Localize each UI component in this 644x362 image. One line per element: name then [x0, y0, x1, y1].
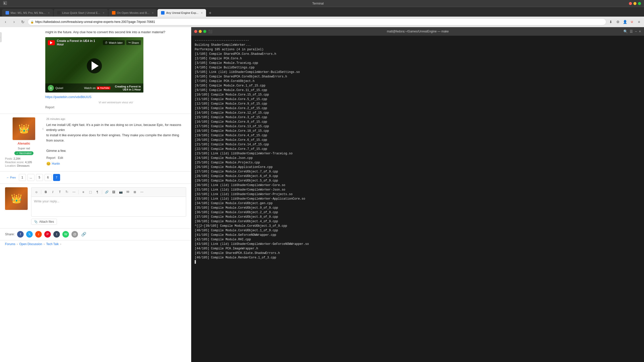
- new-tab-button[interactable]: +: [207, 10, 214, 17]
- report-action[interactable]: Report: [46, 156, 55, 160]
- terminal-line: [9/105] Compile Module.Core.11_of_15.cpp: [195, 88, 640, 93]
- terminal-search-btn[interactable]: 🔍: [623, 29, 628, 33]
- align-btn[interactable]: ⬚: [87, 189, 93, 195]
- breadcrumb: Forums › Open Discussion › Tech Talk ›: [0, 240, 191, 248]
- copy-link-btn[interactable]: 🔗: [80, 231, 87, 238]
- tab-2-close[interactable]: ×: [103, 11, 104, 14]
- terminal-cursor-line: [195, 260, 640, 264]
- table-btn[interactable]: ⊞: [132, 189, 138, 195]
- page-btn-5[interactable]: 5: [36, 174, 43, 181]
- terminal-line: [44/105] Compile PCH.ImageWrapper.h: [195, 246, 640, 251]
- bold-btn[interactable]: B: [43, 189, 49, 195]
- terminal-line: [4/105] Compile BuildSettings.cpp: [195, 65, 640, 70]
- pagination-bar: ← Prev 1 ... 5 6 7: [0, 171, 191, 184]
- breadcrumb-open-discussion[interactable]: Open Discussion: [19, 242, 42, 246]
- like-emoji: 😊: [46, 162, 51, 166]
- facebook-share-btn[interactable]: f: [17, 231, 24, 238]
- list-btn[interactable]: ≡: [80, 189, 86, 195]
- reply-text-area[interactable]: Write your reply...: [31, 197, 186, 217]
- italic-btn[interactable]: I: [50, 189, 56, 195]
- link-btn[interactable]: 🔗: [104, 189, 110, 195]
- para-btn[interactable]: ¶: [94, 189, 100, 195]
- terminal-line: [31/105] Link (lld) libShaderCompileWork…: [195, 188, 640, 192]
- breadcrumb-tech-talk[interactable]: Tech Talk: [46, 242, 59, 246]
- yt-watch-later-btn[interactable]: ⏱ Watch later: [103, 40, 125, 45]
- terminal-line: [45/105] Compile SharedPCH.Slate.ShadowE…: [195, 251, 640, 255]
- yt-share-btn[interactable]: ↪ Share: [126, 40, 141, 45]
- terminal-menu-btn[interactable]: ☰: [630, 29, 633, 33]
- tab-3[interactable]: On Open Movies and B... ×: [108, 9, 157, 17]
- refresh-button[interactable]: ↻: [19, 18, 26, 25]
- yt-play-button[interactable]: [87, 58, 102, 73]
- tab-1-close[interactable]: ×: [48, 11, 50, 14]
- tab-3-favicon: [112, 11, 115, 15]
- text-size-btn[interactable]: T↕: [64, 189, 70, 195]
- extensions-icon[interactable]: ⚙: [615, 19, 621, 25]
- menu-icon[interactable]: ≡: [636, 19, 642, 25]
- post-signature: Vi veri veniversum vivus vici: [45, 101, 186, 104]
- media-btn[interactable]: 📷: [118, 189, 124, 195]
- url-bar[interactable]: 🔒 https://talkedabout.com/threads/any-un…: [28, 18, 606, 25]
- emoji-btn[interactable]: ☺: [33, 189, 39, 195]
- ublock-icon[interactable]: U: [629, 19, 635, 25]
- tab-3-close[interactable]: ×: [152, 11, 153, 14]
- prev-page-btn[interactable]: ← Prev: [5, 174, 17, 181]
- more-options-btn[interactable]: ⋯: [139, 189, 145, 195]
- maximize-btn[interactable]: [638, 2, 641, 5]
- quote-btn[interactable]: 99: [125, 189, 131, 195]
- terminal-line: [22/105] Compile Module.Core.7_of_15.cpp: [195, 147, 640, 151]
- terminal-line: Building ShaderCompileWorker...: [195, 43, 640, 47]
- tab-1-label: Mac: M1, M1 Pro, M1 Ma...: [11, 11, 46, 14]
- report-link-top[interactable]: Report: [45, 106, 54, 109]
- reddit-share-btn[interactable]: r: [35, 231, 42, 238]
- more-text-btn[interactable]: ⋯: [71, 189, 77, 195]
- tumblr-share-btn[interactable]: t: [53, 231, 60, 238]
- page-btn-7[interactable]: 7: [53, 174, 60, 181]
- forum-panel: ‹ might in the future. Any clue how to c…: [0, 27, 191, 362]
- attach-files-btn[interactable]: 📎 Attach files: [31, 219, 57, 225]
- forward-button[interactable]: ›: [11, 18, 18, 25]
- reply-user-area: 👑 ☺ B I T T↕ ⋯ ≡ ⬚: [5, 187, 186, 225]
- close-btn[interactable]: [629, 2, 632, 5]
- username[interactable]: Alenatic: [18, 142, 30, 145]
- collapse-forum-btn[interactable]: ‹: [0, 32, 2, 42]
- text-style-btn[interactable]: T: [57, 189, 63, 195]
- post-collapse-arrow[interactable]: ‹: [42, 126, 44, 131]
- svg-text:$_: $_: [4, 2, 7, 5]
- tab-2[interactable]: Linux Quick Start | Unreal E... ×: [54, 9, 108, 17]
- terminal-window-minimize-btn[interactable]: −: [635, 29, 637, 33]
- yt-play-area[interactable]: [45, 48, 143, 83]
- terminal-close-btn[interactable]: [194, 30, 197, 33]
- terminal-window-close-btn[interactable]: ×: [639, 29, 641, 33]
- tab-4-close[interactable]: ×: [201, 11, 203, 14]
- image-btn[interactable]: 🖼: [111, 189, 117, 195]
- twitter-share-btn[interactable]: 𝕏: [26, 231, 33, 238]
- email-share-btn[interactable]: @: [71, 231, 78, 238]
- reply-section: 👑 ☺ B I T T↕ ⋯ ≡ ⬚: [0, 184, 191, 228]
- minimize-btn[interactable]: [633, 2, 636, 5]
- tab-4[interactable]: Any Unreal Engine Exp... ×: [157, 9, 206, 17]
- download-icon[interactable]: ⬇: [608, 19, 614, 25]
- pinterest-share-btn[interactable]: P: [44, 231, 51, 238]
- page-btn-1[interactable]: 1: [19, 174, 26, 181]
- terminal-line: [25/105] Compile Module.Projects.cpp: [195, 160, 640, 165]
- terminal-line: [32/105] Link (lld) libShaderCompileWork…: [195, 192, 640, 197]
- profile-icon[interactable]: 👤: [622, 19, 628, 25]
- pastebin-link[interactable]: https://pastebin.com/vdxBbUUS: [45, 95, 186, 99]
- whatsapp-share-btn[interactable]: W: [62, 231, 69, 238]
- posts-label: Posts:: [5, 157, 13, 160]
- terminal-line: [34/105] Compile Module.CoreUObject.gen.…: [195, 201, 640, 206]
- terminal-line: [30/105] Link (lld) libShaderCompileWork…: [195, 183, 640, 188]
- location-stat: Location: Dinosaurs: [5, 164, 43, 167]
- back-button[interactable]: ‹: [2, 18, 9, 25]
- liker-name[interactable]: Huntn: [52, 162, 60, 165]
- breadcrumb-forums[interactable]: Forums: [5, 242, 15, 246]
- breadcrumb-sep-3: ›: [60, 242, 61, 246]
- tab-1[interactable]: Mac: M1, M1 Pro, M1 Ma... ×: [2, 9, 53, 17]
- checkmark-icon: ✓: [16, 152, 18, 155]
- edit-action[interactable]: Edit: [58, 156, 63, 160]
- terminal-body[interactable]: ------------------------------Building S…: [191, 36, 644, 362]
- page-btn-6[interactable]: 6: [45, 174, 52, 181]
- terminal-maximize-btn[interactable]: [203, 30, 206, 33]
- terminal-minimize-btn[interactable]: [199, 30, 202, 33]
